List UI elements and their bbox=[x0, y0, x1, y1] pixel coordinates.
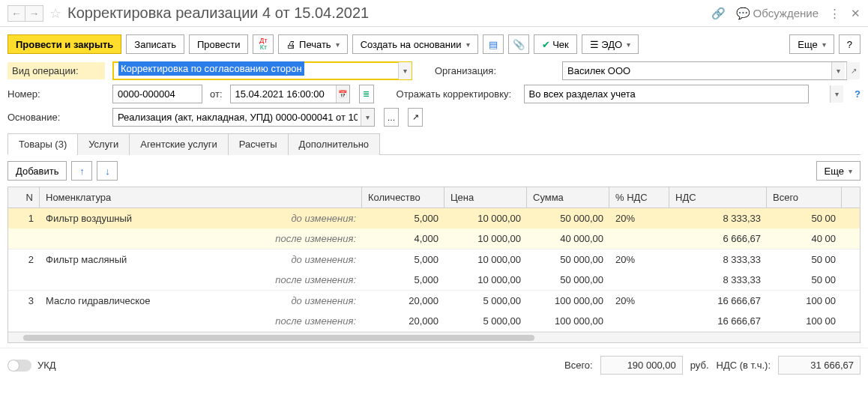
col-sum[interactable]: Сумма bbox=[527, 187, 609, 207]
discussion-button[interactable]: 💬 Обсуждение bbox=[736, 7, 819, 20]
number-input[interactable] bbox=[112, 85, 202, 103]
chevron-down-icon: ▾ bbox=[627, 40, 630, 49]
ukd-label: УКД bbox=[37, 360, 56, 371]
grid-toolbar: Добавить ↑ ↓ Еще ▾ bbox=[0, 155, 868, 187]
window-header: ← → ☆ Корректировка реализации 4 от 15.0… bbox=[0, 0, 868, 27]
tab-goods[interactable]: Товары (3) bbox=[7, 133, 78, 155]
cell-n bbox=[8, 228, 40, 249]
cell-vat-rate: 20% bbox=[609, 208, 669, 228]
cell-total: 40 00 bbox=[767, 228, 842, 249]
col-price[interactable]: Цена bbox=[444, 187, 527, 207]
ukd-toggle[interactable] bbox=[7, 360, 31, 372]
horizontal-scrollbar[interactable] bbox=[8, 332, 860, 342]
org-input[interactable] bbox=[562, 61, 847, 80]
footer-bar: УКД Всего: 190 000,00 руб. НДС (в т.ч.):… bbox=[0, 348, 868, 382]
tab-additional[interactable]: Дополнительно bbox=[288, 133, 381, 155]
main-toolbar: Провести и закрыть Записать Провести ДтК… bbox=[0, 27, 868, 61]
cell-sum: 50 000,00 bbox=[527, 249, 609, 270]
cell-change-label: после изменения: bbox=[242, 311, 362, 331]
cell-change-label: до изменения: bbox=[242, 249, 362, 270]
favorite-star-icon[interactable]: ☆ bbox=[49, 5, 61, 22]
cell-n: 3 bbox=[8, 291, 40, 311]
cell-total: 50 00 bbox=[767, 270, 842, 290]
grid-more-button[interactable]: Еще ▾ bbox=[816, 161, 861, 181]
receipt-icon: ✔ bbox=[542, 39, 550, 50]
table-row[interactable]: 2Фильтр масляныйдо изменения:5,00010 000… bbox=[8, 249, 860, 291]
calendar-icon-button[interactable]: 📅 bbox=[336, 85, 349, 103]
cell-price: 5 000,00 bbox=[444, 311, 527, 331]
op-type-input[interactable]: Корректировка по согласованию сторон bbox=[112, 61, 412, 80]
org-dropdown-button[interactable]: ▾ bbox=[831, 62, 845, 79]
tabs-bar: Товары (3) Услуги Агентские услуги Расче… bbox=[7, 133, 861, 155]
create-based-button[interactable]: Создать на основании ▾ bbox=[352, 34, 478, 54]
basis-open-button[interactable]: ↗ bbox=[408, 108, 423, 127]
table-row[interactable]: 1Фильтр воздушныйдо изменения:5,00010 00… bbox=[8, 208, 860, 249]
edo-label: ЭДО bbox=[601, 39, 622, 50]
col-vat-amount[interactable]: НДС bbox=[669, 187, 767, 207]
close-icon[interactable]: ✕ bbox=[851, 7, 861, 20]
add-row-button[interactable]: Добавить bbox=[7, 161, 67, 181]
org-open-button[interactable]: ↗ bbox=[846, 62, 860, 79]
cell-change-label: после изменения: bbox=[242, 228, 362, 249]
table-row[interactable]: 3Масло гидравлическоедо изменения:20,000… bbox=[8, 291, 860, 332]
more-button[interactable]: Еще ▾ bbox=[789, 34, 834, 54]
reflect-label: Отражать корректировку: bbox=[397, 85, 516, 103]
total-value: 190 000,00 bbox=[600, 356, 683, 375]
move-down-button[interactable]: ↓ bbox=[97, 161, 118, 181]
nav-forward-button[interactable]: → bbox=[25, 5, 43, 22]
op-type-label: Вид операции: bbox=[7, 62, 105, 79]
check-button[interactable]: ✔ Чек bbox=[534, 34, 577, 54]
basis-dropdown-button[interactable]: ▾ bbox=[361, 109, 374, 126]
scrollbar-thumb[interactable] bbox=[23, 335, 534, 341]
nds-label: НДС (в т.ч.): bbox=[717, 360, 771, 371]
cell-vat-amount: 8 333,33 bbox=[669, 249, 767, 270]
cell-quantity: 5,000 bbox=[362, 270, 444, 290]
save-button[interactable]: Записать bbox=[126, 34, 184, 54]
col-total[interactable]: Всего bbox=[767, 187, 842, 207]
basis-select-button[interactable]: … bbox=[384, 108, 399, 127]
tab-services[interactable]: Услуги bbox=[77, 133, 130, 155]
nav-back-button[interactable]: ← bbox=[7, 5, 25, 22]
attachment-icon-button[interactable]: 📎 bbox=[508, 34, 529, 54]
nds-value: 31 666,67 bbox=[778, 356, 861, 375]
edo-button[interactable]: ☰ ЭДО ▾ bbox=[582, 34, 639, 54]
link-icon[interactable]: 🔗 bbox=[711, 7, 726, 20]
move-up-button[interactable]: ↑ bbox=[71, 161, 92, 181]
from-label: от: bbox=[210, 88, 223, 100]
reflect-input[interactable] bbox=[524, 85, 809, 103]
cell-change-label: до изменения: bbox=[242, 208, 362, 228]
print-button[interactable]: 🖨 Печать ▾ bbox=[278, 34, 347, 54]
page-title: Корректировка реализации 4 от 15.04.2021 bbox=[67, 4, 711, 22]
reflect-help-icon[interactable]: ? bbox=[855, 88, 861, 100]
tab-agent-services[interactable]: Агентские услуги bbox=[129, 133, 229, 155]
help-button[interactable]: ? bbox=[839, 34, 861, 54]
cell-n: 2 bbox=[8, 249, 40, 270]
cell-vat-rate bbox=[609, 270, 669, 290]
post-button[interactable]: Провести bbox=[189, 34, 249, 54]
cell-nomenclature bbox=[40, 228, 242, 249]
grid-more-label: Еще bbox=[825, 166, 844, 177]
date-helper-icon-button[interactable]: ≣ bbox=[359, 85, 374, 103]
cell-vat-rate bbox=[609, 228, 669, 249]
reflect-dropdown-button[interactable]: ▾ bbox=[830, 85, 843, 103]
basis-input[interactable] bbox=[112, 108, 375, 127]
related-docs-icon-button[interactable]: ▤ bbox=[483, 34, 504, 54]
post-and-close-button[interactable]: Провести и закрыть bbox=[7, 34, 121, 54]
cell-nomenclature: Масло гидравлическое bbox=[40, 291, 242, 311]
col-nomenclature[interactable]: Номенклатура bbox=[40, 187, 362, 207]
col-n[interactable]: N bbox=[8, 187, 40, 207]
dt-kt-icon-button[interactable]: ДтКт bbox=[253, 34, 274, 54]
cell-quantity: 5,000 bbox=[362, 208, 444, 228]
cell-n bbox=[8, 311, 40, 331]
col-quantity[interactable]: Количество bbox=[362, 187, 444, 207]
print-label: Печать bbox=[299, 39, 331, 50]
more-menu-icon[interactable]: ⋮ bbox=[829, 7, 840, 20]
cell-vat-rate: 20% bbox=[609, 291, 669, 311]
col-vat-rate[interactable]: % НДС bbox=[609, 187, 669, 207]
tab-calculations[interactable]: Расчеты bbox=[228, 133, 289, 155]
cell-price: 10 000,00 bbox=[444, 270, 527, 290]
cell-quantity: 5,000 bbox=[362, 249, 444, 270]
check-label: Чек bbox=[552, 39, 569, 50]
date-input[interactable] bbox=[230, 85, 350, 103]
op-type-dropdown-button[interactable]: ▾ bbox=[398, 62, 412, 79]
